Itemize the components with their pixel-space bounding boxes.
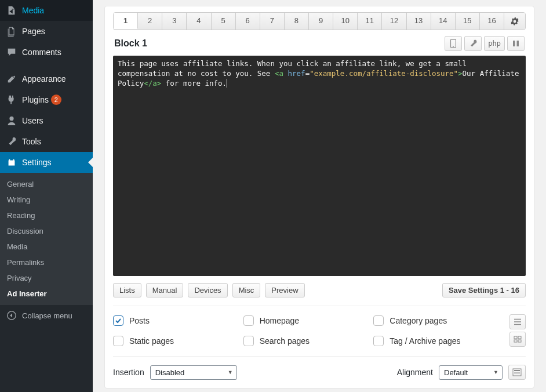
- gear-icon: [510, 17, 519, 26]
- svg-rect-10: [514, 370, 520, 371]
- tab-11[interactable]: 11: [358, 13, 382, 30]
- svg-rect-3: [513, 41, 515, 46]
- tab-6[interactable]: 6: [236, 13, 260, 30]
- submenu-general[interactable]: General: [0, 176, 93, 192]
- checkbox-label: Search pages: [260, 336, 310, 346]
- block-title: Block 1: [114, 38, 147, 49]
- block-header: Block 1 php: [114, 36, 525, 51]
- tab-15[interactable]: 15: [456, 13, 480, 30]
- checkbox-icon: [373, 336, 384, 346]
- sidebar-item-settings[interactable]: Settings: [0, 152, 93, 173]
- plugins-update-badge: 2: [51, 95, 61, 105]
- tab-14[interactable]: 14: [431, 13, 456, 30]
- svg-rect-12: [514, 373, 520, 374]
- comments-icon: [6, 46, 17, 58]
- tab-10[interactable]: 10: [333, 13, 358, 30]
- code-text-after: for more info.: [161, 79, 227, 88]
- svg-rect-5: [514, 336, 517, 339]
- checkbox-icon: [243, 315, 254, 326]
- main-content: 1 2 3 4 5 6 7 8 9 10 11 12 13 14 15 16 B…: [93, 0, 546, 392]
- posts-checkbox[interactable]: Posts: [113, 314, 243, 326]
- settings-submenu: General Writing Reading Discussion Media…: [0, 173, 93, 305]
- submenu-permalinks[interactable]: Permalinks: [0, 255, 93, 270]
- submenu-discussion[interactable]: Discussion: [0, 223, 93, 239]
- alignment-preview-button[interactable]: [508, 365, 526, 380]
- misc-button[interactable]: Misc: [232, 283, 261, 297]
- insertion-label: Insertion: [113, 368, 144, 377]
- submenu-media[interactable]: Media: [0, 239, 93, 255]
- sidebar-item-media[interactable]: Media: [0, 0, 93, 21]
- tab-4[interactable]: 4: [187, 13, 211, 30]
- checkbox-label: Tag / Archive pages: [390, 336, 460, 346]
- sidebar-item-appearance[interactable]: Appearance: [0, 68, 93, 89]
- svg-rect-7: [514, 340, 517, 342]
- list-view-button[interactable]: [509, 314, 526, 329]
- tab-3[interactable]: 3: [162, 13, 187, 30]
- tab-2[interactable]: 2: [138, 13, 162, 30]
- tools-icon: [6, 136, 17, 147]
- submenu-ad-inserter[interactable]: Ad Inserter: [0, 286, 93, 302]
- admin-sidebar: Media Pages Comments Appearance Plugins …: [0, 0, 93, 392]
- tab-12[interactable]: 12: [382, 13, 406, 30]
- tab-5[interactable]: 5: [212, 13, 236, 30]
- lists-button[interactable]: Lists: [113, 283, 141, 297]
- tab-settings-gear[interactable]: [504, 13, 525, 30]
- tools-button[interactable]: [464, 36, 482, 51]
- homepage-checkbox[interactable]: Homepage: [243, 314, 374, 326]
- wrench-icon: [468, 39, 478, 48]
- sidebar-item-pages[interactable]: Pages: [0, 21, 93, 42]
- collapse-menu[interactable]: Collapse menu: [0, 305, 93, 326]
- sidebar-item-plugins[interactable]: Plugins 2: [0, 89, 93, 110]
- tab-1[interactable]: 1: [114, 12, 138, 29]
- sidebar-item-tools[interactable]: Tools: [0, 131, 93, 152]
- checkbox-icon: [243, 336, 254, 346]
- tag-archive-pages-checkbox[interactable]: Tag / Archive pages: [373, 335, 504, 347]
- collapse-icon: [6, 310, 17, 321]
- sidebar-item-users[interactable]: Users: [0, 110, 93, 131]
- mobile-button[interactable]: [445, 36, 462, 51]
- pages-icon: [6, 26, 17, 37]
- insertion-select[interactable]: Disabled: [150, 365, 237, 380]
- insertion-row: Insertion Disabled Alignment Default: [113, 356, 526, 380]
- list-icon: [514, 318, 522, 325]
- tab-9[interactable]: 9: [309, 13, 333, 30]
- pause-icon: [512, 40, 519, 47]
- php-button[interactable]: php: [484, 36, 505, 51]
- code-tag-open: <a: [275, 69, 283, 78]
- collapse-label: Collapse menu: [22, 311, 72, 320]
- options-button-row: Lists Manual Devices Misc Preview Save S…: [113, 283, 526, 297]
- search-pages-checkbox[interactable]: Search pages: [243, 335, 374, 347]
- sidebar-item-label: Plugins: [22, 95, 49, 104]
- sidebar-item-label: Settings: [22, 158, 52, 167]
- static-pages-checkbox[interactable]: Static pages: [113, 335, 243, 347]
- tab-13[interactable]: 13: [407, 13, 431, 30]
- select-value: Default: [444, 368, 468, 377]
- tab-8[interactable]: 8: [285, 13, 309, 30]
- users-icon: [6, 115, 17, 126]
- select-value: Disabled: [155, 368, 185, 377]
- sidebar-item-label: Comments: [22, 48, 61, 57]
- submenu-writing[interactable]: Writing: [0, 192, 93, 208]
- tab-16[interactable]: 16: [480, 13, 504, 30]
- manual-button[interactable]: Manual: [146, 283, 184, 297]
- category-pages-checkbox[interactable]: Category pages: [373, 314, 504, 326]
- preview-button[interactable]: Preview: [265, 283, 304, 297]
- appearance-icon: [6, 73, 17, 85]
- media-icon: [6, 5, 17, 16]
- pause-button[interactable]: [507, 36, 525, 51]
- alignment-select[interactable]: Default: [439, 365, 503, 380]
- save-settings-button[interactable]: Save Settings 1 - 16: [442, 283, 526, 297]
- submenu-reading[interactable]: Reading: [0, 208, 93, 223]
- tab-7[interactable]: 7: [260, 13, 285, 30]
- submenu-privacy[interactable]: Privacy: [0, 270, 93, 286]
- sidebar-item-label: Pages: [22, 27, 45, 36]
- code-tag-close: </a>: [144, 79, 161, 88]
- code-editor[interactable]: This page uses affiliate links. When you…: [113, 56, 526, 276]
- devices-button[interactable]: Devices: [188, 283, 227, 297]
- sidebar-item-comments[interactable]: Comments: [0, 42, 93, 63]
- svg-point-2: [453, 46, 454, 47]
- checkbox-icon: [113, 336, 123, 346]
- grid-view-button[interactable]: [509, 332, 526, 347]
- sidebar-item-label: Users: [22, 116, 43, 125]
- settings-panel: 1 2 3 4 5 6 7 8 9 10 11 12 13 14 15 16 B…: [104, 6, 534, 389]
